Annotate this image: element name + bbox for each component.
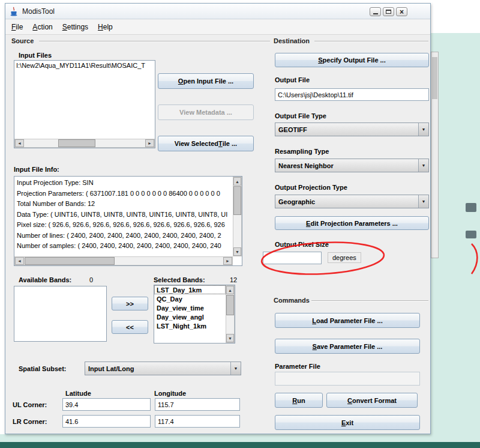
ul-longitude-field[interactable] xyxy=(155,398,240,411)
info-hscrollbar[interactable]: ◄ ► xyxy=(14,256,233,265)
output-file-type-combo[interactable]: GEOTIFF ▼ xyxy=(275,123,429,136)
info-line: Pixel size: ( 926.6, 926.6, 926.6, 926.6… xyxy=(14,220,232,231)
spatial-subset-label: Spatial Subset: xyxy=(19,365,66,372)
selected-band-item[interactable]: LST_Day_1km xyxy=(154,285,226,294)
destination-separator xyxy=(314,41,428,42)
save-parameter-file-button[interactable]: Save Parameter File ... xyxy=(275,339,420,354)
scroll-down-icon[interactable]: ▼ xyxy=(233,247,241,256)
input-files-label: Input Files xyxy=(19,52,52,59)
background-window-scrollbar-thumb xyxy=(432,57,437,99)
lr-latitude-field[interactable] xyxy=(62,415,151,428)
commands-section-label: Commands xyxy=(274,297,310,304)
modistool-window: ModisTool × File Action Settings Help So… xyxy=(5,3,431,434)
chevron-down-icon[interactable]: ▼ xyxy=(418,123,428,136)
info-line: Number of samples: ( 2400, 2400, 2400, 2… xyxy=(14,241,232,252)
info-line: Number of lines: ( 2400, 2400, 2400, 240… xyxy=(14,231,232,241)
move-left-button[interactable]: << xyxy=(112,320,148,334)
chevron-down-icon[interactable]: ▼ xyxy=(418,159,428,172)
menu-bar: File Action Settings Help xyxy=(5,20,430,35)
scroll-down-icon[interactable]: ▼ xyxy=(226,334,234,342)
output-file-field[interactable] xyxy=(275,88,429,101)
selected-band-item[interactable]: Day_view_time xyxy=(154,303,226,312)
menu-action[interactable]: Action xyxy=(32,23,52,31)
available-bands-label: Available Bands: xyxy=(19,276,71,283)
source-section-label: Source xyxy=(11,37,34,44)
view-selected-tile-button[interactable]: View Selected Tile ... xyxy=(158,136,254,151)
info-line: Total Number of Bands: 12 xyxy=(14,199,232,210)
menu-settings[interactable]: Settings xyxy=(62,23,88,31)
maximize-icon xyxy=(386,10,391,14)
minimize-button[interactable] xyxy=(370,7,381,16)
info-line: Projection Parameters: ( 6371007.181 0 0… xyxy=(14,189,232,199)
title-bar[interactable]: ModisTool xyxy=(5,4,430,19)
parameter-file-label: Parameter File xyxy=(275,363,320,370)
output-projection-type-combo[interactable]: Geographic ▼ xyxy=(275,195,429,208)
available-bands-list[interactable] xyxy=(14,286,107,342)
resampling-type-combo[interactable]: Nearest Neighbor ▼ xyxy=(275,159,429,172)
selected-band-item[interactable]: LST_Night_1km xyxy=(154,321,226,330)
spatial-subset-combo[interactable]: Input Lat/Long ▼ xyxy=(85,362,241,375)
available-bands-count: 0 xyxy=(89,276,93,283)
edit-projection-parameters-button[interactable]: Edit Projection Parameters ... xyxy=(275,216,429,230)
load-parameter-file-button[interactable]: Load Parameter File ... xyxy=(275,313,420,328)
input-file-item[interactable]: I:\New2\Aqua_MYD11A1\Result\MOSAIC_T xyxy=(14,61,155,70)
maximize-button[interactable] xyxy=(383,7,394,16)
chevron-down-icon[interactable]: ▼ xyxy=(230,362,241,375)
desktop-artifact xyxy=(466,231,476,238)
input-file-info-label: Input File Info: xyxy=(14,166,59,173)
resampling-type-label: Resampling Type xyxy=(275,148,329,155)
chevron-down-icon[interactable]: ▼ xyxy=(418,195,428,208)
output-file-type-value: GEOTIFF xyxy=(275,126,418,133)
longitude-label: Longitude xyxy=(154,390,186,397)
menu-help[interactable]: Help xyxy=(98,23,113,31)
scroll-thumb[interactable] xyxy=(25,257,115,265)
java-icon xyxy=(9,7,19,16)
lr-longitude-field[interactable] xyxy=(155,415,240,428)
info-line: Data Type: ( UINT16, UINT8, UINT8, UINT8… xyxy=(14,210,232,220)
destination-section-label: Destination xyxy=(274,37,310,44)
input-file-info-box[interactable]: Input Projection Type: SIN Projection Pa… xyxy=(14,176,242,266)
output-pixel-size-field[interactable] xyxy=(263,252,322,264)
scroll-thumb[interactable] xyxy=(58,139,95,147)
commands-separator xyxy=(311,300,428,301)
scroll-up-icon[interactable]: ▲ xyxy=(233,177,241,186)
specify-output-file-button[interactable]: Specify Output File ... xyxy=(275,53,429,67)
output-file-type-label: Output File Type xyxy=(275,112,326,120)
source-separator xyxy=(39,41,270,42)
ul-latitude-field[interactable] xyxy=(62,398,151,411)
close-button[interactable]: × xyxy=(396,7,407,16)
input-files-list[interactable]: I:\New2\Aqua_MYD11A1\Result\MOSAIC_T ◄ ► xyxy=(14,60,155,148)
exit-button[interactable]: Exit xyxy=(275,415,420,430)
selected-bands-vscrollbar[interactable]: ▲ ▼ xyxy=(226,285,235,343)
scroll-right-icon[interactable]: ► xyxy=(145,139,154,147)
selected-bands-count: 12 xyxy=(230,276,237,283)
run-button[interactable]: Run xyxy=(275,393,323,408)
scroll-left-icon[interactable]: ◄ xyxy=(15,139,24,147)
window-controls: × xyxy=(368,7,407,16)
info-vscrollbar[interactable]: ▲ ▼ xyxy=(233,177,242,256)
menu-file[interactable]: File xyxy=(11,23,23,31)
convert-format-button[interactable]: Convert Format xyxy=(326,393,418,408)
close-icon: × xyxy=(400,8,404,16)
latitude-label: Latitude xyxy=(65,390,91,397)
desktop-artifact xyxy=(466,203,476,212)
minimize-icon xyxy=(373,13,378,14)
scroll-thumb[interactable] xyxy=(226,295,234,315)
window-title: ModisTool xyxy=(22,7,55,16)
scroll-right-icon[interactable]: ► xyxy=(223,257,232,265)
selected-bands-list[interactable]: LST_Day_1km QC_Day Day_view_time Day_vie… xyxy=(154,285,235,344)
move-right-button[interactable]: >> xyxy=(112,297,148,310)
taskbar-edge xyxy=(0,442,480,448)
selected-band-item[interactable]: QC_Day xyxy=(154,294,226,303)
scroll-up-icon[interactable]: ▲ xyxy=(226,286,234,294)
input-files-hscrollbar[interactable]: ◄ ► xyxy=(14,139,155,148)
output-projection-type-label: Output Projection Type xyxy=(275,184,347,191)
view-metadata-button: View Metadata ... xyxy=(158,104,254,120)
info-line: Input Projection Type: SIN xyxy=(14,178,232,189)
open-input-file-button[interactable]: Open Input File ... xyxy=(158,73,254,89)
output-file-label: Output File xyxy=(275,76,310,83)
scroll-left-icon[interactable]: ◄ xyxy=(15,257,24,265)
lr-corner-label: LR Corner: xyxy=(13,418,47,425)
selected-band-item[interactable]: Day_view_angl xyxy=(154,312,226,321)
scroll-thumb[interactable] xyxy=(233,186,241,215)
